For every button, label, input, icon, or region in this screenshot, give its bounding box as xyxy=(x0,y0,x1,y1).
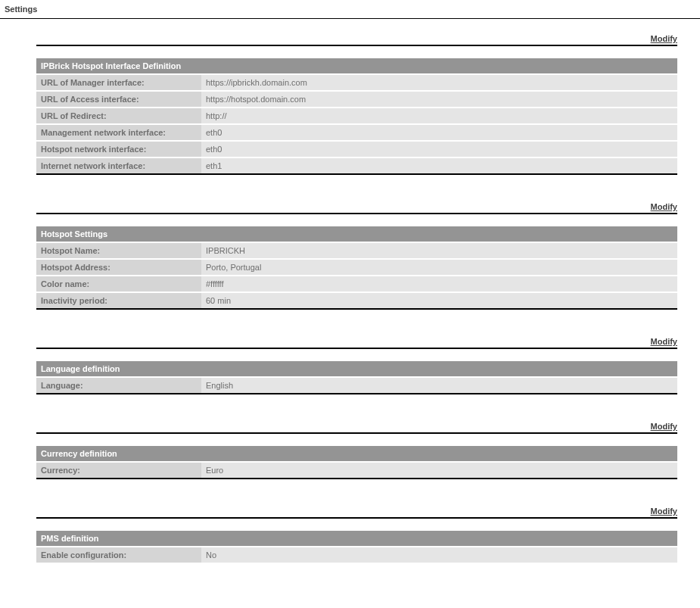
table-row: URL of Access interface:https://hotspot.… xyxy=(36,91,677,108)
table-row: Color name:#ffffff xyxy=(36,276,677,292)
table-row: Language:English xyxy=(36,377,677,394)
modify-row: Modify xyxy=(36,507,677,519)
table-row: Hotspot Name:IPBRICKH xyxy=(36,242,677,259)
section-pms: Modify PMS definition Enable configurati… xyxy=(36,507,677,563)
table-pms: PMS definition Enable configuration:No xyxy=(36,531,677,563)
row-value: eth1 xyxy=(201,157,677,174)
row-label: Internet network interface: xyxy=(36,157,201,174)
table-row: Internet network interface:eth1 xyxy=(36,157,677,174)
table-row: Enable configuration:No xyxy=(36,547,677,563)
table-row: URL of Manager interface:https://ipbrick… xyxy=(36,74,677,91)
page-title: Settings xyxy=(5,5,37,14)
section-interface: Modify IPBrick Hotspot Interface Definit… xyxy=(36,34,677,175)
modify-link-hotspot[interactable]: Modify xyxy=(651,202,677,211)
row-label: URL of Access interface: xyxy=(36,91,201,108)
modify-row: Modify xyxy=(36,34,677,46)
page-header: Settings xyxy=(0,0,700,19)
row-value: https://ipbrickh.domain.com xyxy=(201,74,677,91)
row-label: Hotspot Address: xyxy=(36,259,201,276)
modify-link-interface[interactable]: Modify xyxy=(651,34,677,43)
row-value: eth0 xyxy=(201,124,677,141)
table-hotspot: Hotspot Settings Hotspot Name:IPBRICKH H… xyxy=(36,226,677,310)
row-value: 60 min xyxy=(201,292,677,309)
modify-link-pms[interactable]: Modify xyxy=(651,507,677,516)
modify-link-currency[interactable]: Modify xyxy=(651,422,677,431)
table-row: Inactivity period:60 min xyxy=(36,292,677,309)
section-title-language: Language definition xyxy=(36,361,677,377)
row-value: No xyxy=(201,547,677,563)
row-label: Color name: xyxy=(36,276,201,292)
table-currency: Currency definition Currency:Euro xyxy=(36,446,677,479)
table-row: Hotspot Address:Porto, Portugal xyxy=(36,259,677,276)
row-label: Hotspot network interface: xyxy=(36,141,201,157)
section-hotspot: Modify Hotspot Settings Hotspot Name:IPB… xyxy=(36,202,677,310)
row-label: Management network interface: xyxy=(36,124,201,141)
row-value: English xyxy=(201,377,677,394)
row-label: Hotspot Name: xyxy=(36,242,201,259)
section-title-pms: PMS definition xyxy=(36,531,677,547)
row-value: eth0 xyxy=(201,141,677,157)
row-value: #ffffff xyxy=(201,276,677,292)
row-label: Inactivity period: xyxy=(36,292,201,309)
section-title-interface: IPBrick Hotspot Interface Definition xyxy=(36,58,677,74)
table-interface: IPBrick Hotspot Interface Definition URL… xyxy=(36,58,677,175)
section-currency: Modify Currency definition Currency:Euro xyxy=(36,422,677,479)
section-title-hotspot: Hotspot Settings xyxy=(36,226,677,242)
section-language: Modify Language definition Language:Engl… xyxy=(36,337,677,394)
row-value: Porto, Portugal xyxy=(201,259,677,276)
content-area: Modify IPBrick Hotspot Interface Definit… xyxy=(0,19,700,608)
modify-link-language[interactable]: Modify xyxy=(651,337,677,346)
row-label: Enable configuration: xyxy=(36,547,201,563)
table-row: Management network interface:eth0 xyxy=(36,124,677,141)
modify-row: Modify xyxy=(36,422,677,434)
row-value: https://hotspot.domain.com xyxy=(201,91,677,108)
row-label: Language: xyxy=(36,377,201,394)
row-value: http:// xyxy=(201,108,677,124)
modify-row: Modify xyxy=(36,202,677,214)
row-label: URL of Redirect: xyxy=(36,108,201,124)
row-value: Euro xyxy=(201,462,677,479)
section-title-currency: Currency definition xyxy=(36,446,677,462)
row-label: URL of Manager interface: xyxy=(36,74,201,91)
table-language: Language definition Language:English xyxy=(36,361,677,394)
table-row: Currency:Euro xyxy=(36,462,677,479)
row-label: Currency: xyxy=(36,462,201,479)
row-value: IPBRICKH xyxy=(201,242,677,259)
modify-row: Modify xyxy=(36,337,677,349)
table-row: Hotspot network interface:eth0 xyxy=(36,141,677,157)
table-row: URL of Redirect:http:// xyxy=(36,108,677,124)
